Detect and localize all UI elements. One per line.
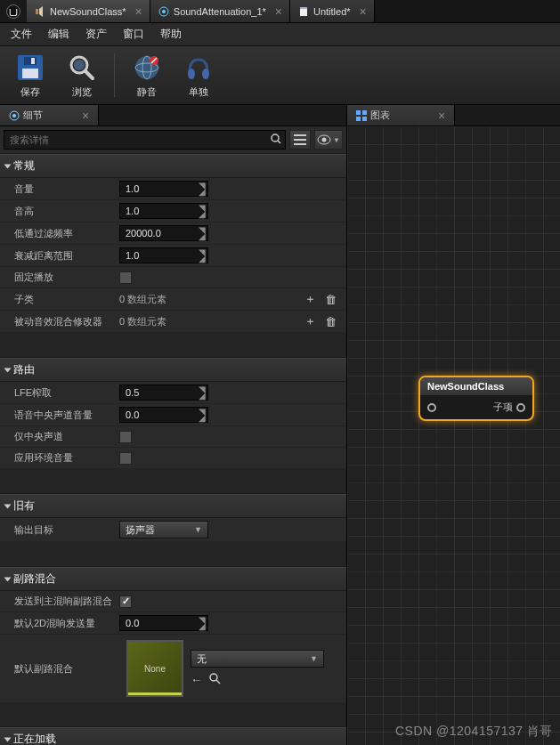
trash-icon[interactable]: 🗑	[322, 315, 339, 328]
mute-button[interactable]: 静音	[122, 50, 172, 101]
category-loading[interactable]: 正在加载	[0, 727, 346, 745]
output-pin-row[interactable]: 子项	[493, 401, 525, 414]
tool-label: 浏览	[72, 85, 92, 99]
visibility-button[interactable]: ▼	[314, 130, 343, 150]
spinner-icon[interactable]: ◥◢	[199, 249, 206, 262]
add-icon[interactable]: ＋	[302, 291, 319, 307]
close-icon[interactable]: ×	[438, 109, 445, 123]
spinner-icon[interactable]: ◥◢	[199, 386, 206, 399]
panel-tab-row: 图表 ×	[347, 105, 560, 126]
prop-output-target: 输出目标 扬声器▼	[0, 518, 346, 542]
default2d-field[interactable]: 0.0◥◢	[119, 615, 208, 631]
triangle-icon	[4, 737, 12, 741]
grid-icon	[356, 110, 367, 121]
menu-help[interactable]: 帮助	[160, 27, 182, 42]
category-submix[interactable]: 副路混合	[0, 567, 346, 591]
menu-window[interactable]: 窗口	[123, 27, 144, 42]
category-general[interactable]: 常规	[0, 154, 346, 178]
search-row: ▼	[0, 126, 346, 154]
input-pin-row[interactable]	[427, 403, 436, 412]
solo-button[interactable]: 单独	[174, 50, 223, 101]
lfe-field[interactable]: 0.5◥◢	[119, 385, 208, 401]
combo-value: 扬声器	[126, 523, 155, 537]
svg-line-23	[278, 141, 280, 143]
centervol-field[interactable]: 0.0◥◢	[119, 407, 208, 423]
headphones-icon	[181, 52, 216, 84]
prop-centeronly: 仅中央声道	[0, 426, 346, 448]
globe-mute-icon	[129, 52, 165, 84]
svg-point-29	[210, 674, 217, 681]
category-label: 旧有	[13, 498, 35, 514]
menu-asset[interactable]: 资产	[85, 27, 107, 42]
svg-rect-7	[22, 69, 38, 78]
falloff-field[interactable]: 1.0◥◢	[119, 247, 208, 263]
spinner-icon[interactable]: ◥◢	[199, 182, 206, 195]
prop-default2d: 默认2D混响发送量 0.0◥◢	[0, 612, 346, 635]
tool-label: 保存	[20, 85, 40, 99]
prop-pitch: 音高 1.0◥◢	[0, 200, 346, 223]
centeronly-checkbox[interactable]	[119, 431, 132, 443]
spinner-icon[interactable]: ◥◢	[199, 227, 206, 239]
prop-label: 仅中央声道	[14, 430, 119, 443]
output-target-combo[interactable]: 扬声器▼	[119, 521, 208, 539]
close-icon[interactable]: ×	[82, 109, 89, 123]
graph-node-soundclass[interactable]: NewSoundClass 子项	[418, 376, 534, 421]
menu-file[interactable]: 文件	[11, 27, 32, 42]
node-title: NewSoundClass	[420, 377, 532, 395]
triangle-icon	[4, 504, 12, 508]
file-tab-untitled[interactable]: Untitled* ×	[290, 0, 375, 22]
trash-icon[interactable]: 🗑	[322, 293, 339, 306]
graph-canvas[interactable]: NewSoundClass 子项	[347, 126, 560, 745]
separator	[114, 53, 115, 97]
details-tab[interactable]: 细节 ×	[0, 105, 99, 126]
fixedplay-checkbox[interactable]	[119, 271, 132, 284]
search-icon[interactable]	[270, 133, 282, 148]
search-input[interactable]	[4, 130, 286, 150]
thumb-text: None	[144, 664, 166, 674]
spacer	[0, 542, 346, 567]
category-routing[interactable]: 路由	[0, 358, 346, 382]
spinner-icon[interactable]: ◥◢	[199, 409, 206, 421]
field-value: 1.0	[126, 250, 139, 261]
chevron-down-icon: ▼	[194, 525, 202, 534]
prop-label: 默认2D混响发送量	[14, 617, 119, 630]
pitch-field[interactable]: 1.0◥◢	[119, 203, 208, 219]
menu-edit[interactable]: 编辑	[48, 27, 69, 42]
node-body: 子项	[420, 395, 532, 419]
spacer	[0, 333, 346, 358]
search-box	[4, 130, 286, 150]
doc-icon	[297, 5, 310, 18]
save-button[interactable]: 保存	[5, 50, 55, 101]
file-tab-soundclass[interactable]: NewSoundClass* ×	[27, 0, 150, 22]
lowpass-field[interactable]: 20000.0◥◢	[119, 225, 208, 241]
tab-label: NewSoundClass*	[50, 6, 126, 17]
prop-label: 音量	[14, 182, 119, 196]
asset-thumbnail[interactable]: None	[126, 640, 183, 697]
spinner-icon[interactable]: ◥◢	[199, 617, 206, 629]
details-scroll[interactable]: 常规 音量 1.0◥◢ 音高 1.0◥◢ 低通过滤频率 20000.0◥◢ 衰减…	[0, 154, 346, 745]
prop-sendtomain: 发送到主混响副路混合	[0, 591, 346, 612]
file-tab-attenuation[interactable]: SoundAttenuation_1* ×	[150, 0, 290, 22]
svg-rect-31	[356, 110, 361, 115]
close-icon[interactable]: ×	[135, 4, 142, 19]
envvol-checkbox[interactable]	[119, 452, 132, 465]
close-icon[interactable]: ×	[360, 4, 367, 19]
category-legacy[interactable]: 旧有	[0, 494, 346, 518]
svg-rect-33	[356, 117, 361, 121]
graph-tab[interactable]: 图表 ×	[347, 105, 455, 126]
submix-combo[interactable]: 无▼	[191, 650, 324, 668]
close-icon[interactable]: ×	[275, 4, 282, 19]
add-icon[interactable]: ＋	[302, 313, 319, 329]
triangle-icon	[4, 577, 12, 581]
svg-rect-25	[294, 139, 306, 141]
volume-field[interactable]: 1.0◥◢	[119, 181, 208, 197]
chevron-down-icon: ▼	[333, 136, 340, 144]
prop-label: 子类	[14, 293, 119, 306]
use-selected-icon[interactable]: ←	[191, 673, 202, 687]
browse-asset-icon[interactable]	[209, 673, 221, 687]
browse-button[interactable]: 浏览	[57, 50, 107, 101]
spinner-icon[interactable]: ◥◢	[199, 205, 206, 217]
list-view-button[interactable]	[289, 130, 311, 150]
field-value: 0.0	[126, 618, 139, 628]
sendtomain-checkbox[interactable]	[119, 595, 132, 608]
